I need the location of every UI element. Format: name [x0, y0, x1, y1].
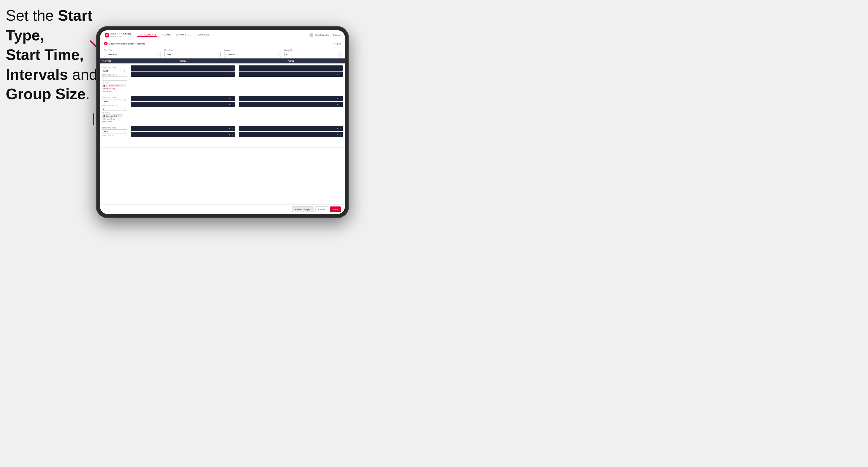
breadcrumb-icon: C — [104, 42, 107, 45]
course-remove-1[interactable]: ✕ — [121, 85, 122, 87]
player-dots-6-1[interactable]: ○ — [340, 127, 341, 130]
player-row-3-2: ✕ ○ — [131, 102, 235, 107]
starting-time-label-3: STARTING TIME: — [102, 127, 127, 129]
player-dots-4-1[interactable]: ○ — [340, 97, 341, 100]
player-dots-2-1[interactable]: ○ — [340, 67, 341, 69]
team2-cell-3: ✕ ○ ✕ ○ — [237, 124, 345, 148]
player-row-2-2: ✕ ○ — [239, 71, 343, 77]
start-time-arrow-icon: ⏱ — [218, 54, 219, 55]
course-tags-2: 🔵 East Lake GC ✕ ⋯ — [102, 114, 127, 118]
team1-cell-3: ✕ ○ ✕ ○ — [129, 124, 237, 148]
start-type-group: Start Type 1st Tee Start ▾ — [104, 49, 161, 57]
time-icon-3: ⏱ — [124, 130, 126, 133]
player-row-5-1: ✕ ○ — [131, 126, 235, 131]
player-remove-6-2[interactable]: ✕ — [336, 133, 339, 136]
sub-header: C Clippd Invitational (Men) › Hosting ‹ … — [100, 40, 345, 48]
group-size-group: Group Size 3 ▾ — [284, 49, 341, 57]
reset-button[interactable]: Reset Changes — [292, 207, 313, 212]
team1-cell-1: ✕ ○ ✕ ○ — [129, 64, 237, 94]
add-group-1[interactable]: + Add Group — [102, 90, 127, 92]
player-remove-3-1[interactable]: ✕ — [228, 97, 230, 100]
player-dots-1-1[interactable]: ○ — [232, 67, 233, 69]
team2-cell-2: ✕ ○ ✕ ○ — [237, 94, 345, 124]
group-size-label: Group Size — [6, 86, 86, 102]
starting-time-input-2[interactable]: 10:10 ⏱ — [102, 99, 127, 103]
player-dots-1-2[interactable]: ○ — [232, 73, 233, 75]
save-button[interactable]: Save — [330, 207, 341, 212]
player-dots-4-2[interactable]: ○ — [340, 103, 341, 106]
start-time-label: Start Time, — [6, 46, 84, 63]
add-group-2[interactable]: + Add Group — [102, 120, 127, 122]
nav-rankings[interactable]: RANKINGS — [196, 33, 211, 37]
nav-teams[interactable]: TEAMS — [161, 33, 171, 37]
course-label-2: COURSE: — [102, 112, 127, 114]
player-remove-2-1[interactable]: ✕ — [336, 67, 339, 69]
intervals-value: 10 Minutes — [226, 54, 236, 56]
player-remove-1-1[interactable]: ✕ — [228, 67, 230, 69]
remove-group-2[interactable]: ○Remove Group — [102, 118, 127, 120]
course-tags-1: 🔵 (A) Peachtree GC ✕ ⋯ — [102, 84, 127, 87]
course-tag-2: 🔵 East Lake GC ✕ ⋯ — [102, 114, 123, 118]
course-dots-2[interactable]: ⋯ — [120, 115, 122, 117]
course-dots-1[interactable]: ⋯ — [123, 85, 125, 87]
nav-tournaments[interactable]: TOURNAMENTS — [137, 33, 157, 37]
player-remove-4-2[interactable]: ✕ — [336, 103, 339, 106]
time-icon-2: ⏱ — [124, 100, 126, 102]
group-row-1: STARTING TIME: 10:00 ⏱ STARTING HOLE: 1 … — [100, 64, 345, 94]
group-size-select[interactable]: 3 ▾ — [284, 52, 341, 57]
player-dots-6-2[interactable]: ○ — [340, 133, 341, 136]
team1-cell-2: ✕ ○ ✕ ○ — [129, 94, 237, 124]
main-content: Tee Time Team 1 Team 2 STARTING TIME: 10… — [100, 58, 345, 205]
remove-group-1[interactable]: ○Remove Group — [102, 88, 127, 90]
logo-text: SCOREBOARD — [111, 33, 131, 35]
start-type-select[interactable]: 1st Tee Start ▾ — [104, 52, 161, 57]
sign-out-link[interactable]: Sign out — [333, 34, 340, 36]
group-size-arrow-icon: ▾ — [339, 54, 339, 56]
team2-cell-1: ✕ ○ ✕ ○ — [237, 64, 345, 94]
starting-time-input-3[interactable]: 10:20 ⏱ — [102, 129, 127, 133]
starting-hole-input-2[interactable]: 1 ▾ — [102, 107, 127, 111]
group-section-2: STARTING TIME: 10:10 ⏱ STARTING HOLE: 1 … — [100, 94, 345, 124]
breadcrumb-tournament[interactable]: Clippd Invitational (Men) — [109, 42, 134, 45]
player-remove-1-2[interactable]: ✕ — [228, 73, 230, 75]
nav-committee[interactable]: COMMITTEE — [175, 33, 192, 37]
start-type-arrow-icon: ▾ — [158, 54, 159, 56]
start-time-value: 10:00 — [166, 54, 171, 56]
player-row-5-2: ✕ ○ — [131, 132, 235, 137]
player-dots-3-1[interactable]: ○ — [232, 97, 233, 100]
logo-icon: C — [105, 33, 109, 37]
player-dots-2-2[interactable]: ○ — [340, 73, 341, 75]
player-remove-2-2[interactable]: ✕ — [336, 73, 339, 75]
start-type-value: 1st Tee Start — [105, 54, 117, 56]
nav-right: blair@clippd.io | Sign out — [309, 33, 340, 37]
player-row-1-1: ✕ ○ — [131, 65, 235, 71]
user-avatar — [309, 33, 313, 37]
player-remove-5-2[interactable]: ✕ — [228, 133, 230, 136]
cancel-button[interactable]: Cancel — [315, 207, 328, 212]
player-dots-5-1[interactable]: ○ — [232, 127, 233, 130]
start-time-group: Start Time 10:00 ⏱ — [164, 49, 221, 57]
intervals-label: Intervals — [6, 66, 68, 83]
logo: C SCOREBOARD Powered by clipp — [105, 33, 131, 37]
start-time-select[interactable]: 10:00 ⏱ — [164, 52, 221, 57]
tablet-side-button — [93, 114, 94, 125]
nav-links: TOURNAMENTS TEAMS COMMITTEE RANKINGS — [137, 33, 309, 37]
player-remove-4-1[interactable]: ✕ — [336, 97, 339, 100]
player-dots-5-2[interactable]: ○ — [232, 133, 233, 136]
player-remove-3-2[interactable]: ✕ — [228, 103, 230, 106]
col-team1: Team 1 — [129, 58, 237, 63]
instruction-text: Set the Start Type, Start Time, Interval… — [6, 6, 99, 104]
starting-time-input-1[interactable]: 10:00 ⏱ — [102, 69, 127, 73]
player-remove-5-1[interactable]: ✕ — [228, 127, 230, 130]
course-tag-1: 🔵 (A) Peachtree GC ✕ ⋯ — [102, 84, 126, 87]
intervals-select[interactable]: 10 Minutes ▾ — [224, 52, 281, 57]
player-row-4-1: ✕ ○ — [239, 96, 343, 101]
back-button[interactable]: ‹ Back — [334, 42, 341, 45]
hole-arrow-2: ▾ — [124, 107, 126, 110]
player-remove-6-1[interactable]: ✕ — [336, 127, 339, 130]
intervals-arrow-icon: ▾ — [279, 54, 279, 56]
course-remove-2[interactable]: ✕ — [118, 115, 119, 117]
starting-hole-input-1[interactable]: 1 ▾ — [102, 76, 127, 81]
tablet-frame: C SCOREBOARD Powered by clipp TOURNAMENT… — [96, 26, 349, 218]
player-dots-3-2[interactable]: ○ — [232, 103, 233, 106]
